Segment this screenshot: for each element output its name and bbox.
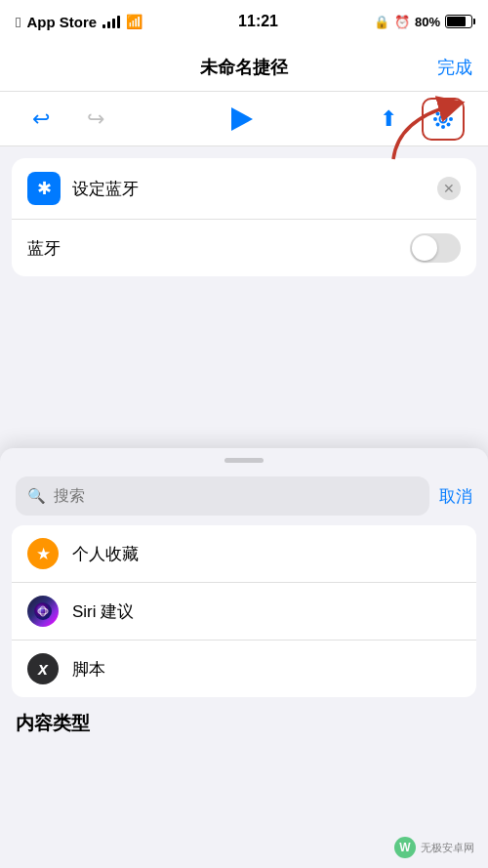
status-carrier:  App Store 📶 [16,14,142,30]
play-button[interactable] [224,102,260,137]
scripts-icon: x [27,653,59,684]
svg-point-1 [441,109,445,113]
search-bar-row: 🔍 取消 [0,471,488,525]
svg-point-0 [440,115,447,122]
section-header: 内容类型 [0,701,488,740]
list-item-siri[interactable]: Siri 建议 [12,583,476,641]
signal-strength [102,15,120,28]
toolbar: ↩ ↪ ⬆ [0,92,488,146]
list-item-scripts[interactable]: x 脚本 [12,641,476,697]
nav-title: 未命名捷径 [200,56,288,79]
action-close-button[interactable]: ✕ [437,177,461,200]
search-input[interactable] [54,487,418,505]
settings-icon [430,106,456,132]
signal-bar-3 [112,19,115,28]
battery-fill [447,17,466,26]
sheet-handle [224,458,264,463]
search-input-wrap: 🔍 [16,476,429,516]
signal-bar-1 [102,24,105,28]
svg-point-5 [436,111,440,115]
watermark-text: 无极安卓网 [421,841,474,855]
undo-button[interactable]: ↩ [23,102,59,137]
action-row: 蓝牙 [12,220,476,276]
status-right: 🔒 ⏰ 80% [374,15,472,29]
svg-point-6 [447,122,451,126]
status-bar:  App Store 📶 11:21 🔒 ⏰ 80% [0,0,488,43]
toolbar-left: ↩ ↪ [23,102,113,137]
svg-point-3 [433,117,437,121]
siri-label: Siri 建议 [72,600,134,623]
battery-icon [445,15,472,28]
play-icon [231,107,253,131]
toggle-thumb [412,235,437,261]
signal-bar-4 [117,16,120,28]
settings-button[interactable] [422,98,465,141]
action-header: ✱ 设定蓝牙 ✕ [12,158,476,220]
toolbar-right: ⬆ [371,98,465,141]
bottom-sheet: 🔍 取消 ★ 个人收藏 [0,448,488,868]
siri-icon [27,596,59,627]
action-icon-bg: ✱ [27,172,61,205]
scripts-label: 脚本 [72,658,105,681]
redo-icon: ↪ [87,106,104,132]
watermark-logo: W [394,837,416,858]
wifi-icon: 📶 [126,14,142,29]
watermark: W 无极安卓网 [394,837,474,858]
search-icon: 🔍 [27,487,46,505]
favorites-label: 个人收藏 [72,543,139,565]
action-title: 设定蓝牙 [72,178,437,200]
svg-point-8 [447,111,451,115]
nav-bar: 未命名捷径 完成 [0,43,488,92]
undo-icon: ↩ [32,106,50,132]
svg-point-2 [441,125,445,129]
svg-point-10 [34,602,52,620]
favorites-icon: ★ [27,538,59,569]
bluetooth-icon: ✱ [37,178,52,199]
share-button[interactable]: ⬆ [371,102,406,137]
main-content: ✱ 设定蓝牙 ✕ 蓝牙 [0,146,488,292]
redo-button[interactable]: ↪ [78,102,113,137]
lock-icon: 🔒 [374,15,389,29]
status-time: 11:21 [238,13,278,30]
signal-bar-2 [107,21,110,28]
cancel-button[interactable]: 取消 [439,485,472,508]
bluetooth-toggle[interactable] [410,233,461,263]
svg-point-7 [436,122,440,126]
apple-logo:  [16,14,20,30]
svg-point-4 [449,117,453,121]
action-row-label: 蓝牙 [27,237,61,260]
action-card: ✱ 设定蓝牙 ✕ 蓝牙 [12,158,476,276]
alarm-icon: ⏰ [394,15,410,29]
share-icon: ⬆ [380,106,397,132]
done-button[interactable]: 完成 [437,56,472,79]
list-item-favorites[interactable]: ★ 个人收藏 [12,525,476,583]
toggle-track [410,233,461,263]
action-list: ★ 个人收藏 Siri 建议 [12,525,476,697]
battery-percent: 80% [415,15,440,29]
